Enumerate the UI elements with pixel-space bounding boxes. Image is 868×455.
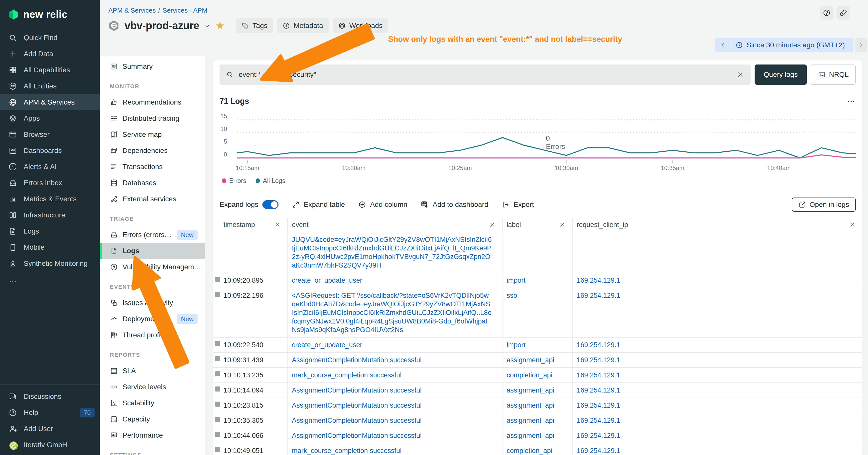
subnav-item-logs[interactable]: Logs [100, 243, 205, 259]
log-event-link[interactable]: create_or_update_user [292, 277, 362, 284]
log-ip-link[interactable]: 169.254.129.1 [577, 432, 620, 440]
search-input[interactable]: event:* -"label":"security" [239, 70, 732, 78]
row-select-checkbox[interactable] [215, 447, 220, 452]
subnav-item-dependencies[interactable]: Dependencies [100, 142, 205, 159]
log-event-link[interactable]: AssignmentCompletionMutation successful [292, 356, 422, 364]
log-event-link[interactable]: mark_course_completion successful [292, 371, 402, 379]
remove-column-icon[interactable] [849, 222, 856, 228]
expand-table-button[interactable]: Expand table [291, 200, 345, 208]
sidebar-item-browser[interactable]: Browser [0, 127, 100, 142]
log-row[interactable]: 10:10:35.305AssignmentCompletionMutation… [213, 413, 862, 428]
row-select-checkbox[interactable] [215, 401, 220, 407]
sidebar-item-errors-inbox[interactable]: Errors Inbox [0, 175, 100, 191]
log-row[interactable]: 10:09:31.439AssignmentCompletionMutation… [213, 353, 862, 368]
sidebar-item-infrastructure[interactable]: Infrastructure [0, 207, 100, 223]
sidebar-item-quick-find[interactable]: Quick Find [0, 30, 100, 46]
log-row[interactable]: 10:10:14.094AssignmentCompletionMutation… [213, 383, 862, 398]
sidebar-item-help[interactable]: Help70 [0, 404, 100, 421]
row-select-checkbox[interactable] [215, 292, 220, 297]
breadcrumb-apm-services[interactable]: APM & Services [108, 6, 156, 14]
open-in-logs-button[interactable]: Open in logs [792, 197, 856, 212]
row-select-checkbox[interactable] [215, 417, 220, 422]
log-label-link[interactable]: import [506, 341, 526, 349]
log-search-field[interactable]: event:* -"label":"security" [219, 65, 750, 85]
sidebar-item-add-user[interactable]: Add User [0, 421, 100, 437]
log-ip-link[interactable]: 169.254.129.1 [577, 401, 620, 409]
sidebar-item-dashboards[interactable]: Dashboards [0, 142, 100, 159]
sidebar-item-all-capabilities[interactable]: All Capabilities [0, 62, 100, 78]
log-event-link[interactable]: AssignmentCompletionMutation successful [292, 417, 422, 424]
subnav-item-service-map[interactable]: Service map [100, 127, 205, 142]
workloads-button[interactable]: Workloads [333, 19, 388, 33]
logs-timeseries-chart[interactable]: 10:15am10:20am10:25am10:30am10:35am10:40… [219, 112, 856, 170]
subnav-item-issues-activity[interactable]: Issues & activity [100, 295, 205, 311]
log-event-link[interactable]: AssignmentCompletionMutation successful [292, 387, 422, 394]
log-row[interactable]: 10:09:20.895create_or_update_userimport1… [213, 273, 862, 288]
log-row[interactable]: 10:10:49.051mark_course_completion succe… [213, 444, 862, 455]
sidebar-item-alerts-ai[interactable]: Alerts & AI [0, 159, 100, 175]
new-relic-logo[interactable]: new relic [0, 0, 100, 26]
log-label-link[interactable]: completion_api [506, 447, 553, 455]
subnav-item-summary[interactable]: Summary [100, 59, 205, 74]
sidebar-item-apps[interactable]: Apps [0, 110, 100, 127]
sidebar-item-all-entities[interactable]: All Entities [0, 78, 100, 94]
sidebar-item-apm-services[interactable]: APM & Services [0, 94, 100, 110]
subnav-item-scalability[interactable]: Scalability [100, 395, 205, 411]
sidebar-item-mobile[interactable]: Mobile [0, 239, 100, 256]
log-label-link[interactable]: assignment_api [506, 401, 554, 409]
sidebar-item-more[interactable] [0, 273, 100, 290]
log-ip-link[interactable]: 169.254.129.1 [577, 356, 620, 364]
log-event-link[interactable]: mark_course_completion successful [292, 447, 402, 455]
nrql-button[interactable]: NRQL [811, 65, 856, 85]
legend-item-all-logs[interactable]: All Logs [256, 177, 285, 185]
log-ip-link[interactable]: 169.254.129.1 [577, 292, 620, 299]
log-label-link[interactable]: import [506, 277, 526, 284]
log-ip-link[interactable]: 169.254.129.1 [577, 387, 620, 394]
remove-column-icon[interactable] [489, 222, 496, 228]
row-select-checkbox[interactable] [215, 277, 220, 282]
remove-column-icon[interactable] [274, 222, 281, 228]
log-label-link[interactable]: assignment_api [506, 432, 554, 440]
copy-link-button[interactable] [837, 6, 850, 20]
log-label-link[interactable]: sso [506, 292, 517, 299]
log-label-link[interactable]: assignment_api [506, 356, 554, 364]
query-logs-button[interactable]: Query logs [754, 65, 807, 85]
expand-logs-toggle[interactable] [262, 200, 279, 209]
metadata-button[interactable]: Metadata [277, 19, 329, 33]
subnav-item-sla[interactable]: SLA [100, 363, 205, 379]
export-button[interactable]: Export [501, 200, 534, 208]
row-select-checkbox[interactable] [215, 341, 220, 346]
tags-button[interactable]: Tags [236, 19, 273, 33]
log-event-link[interactable]: AssignmentCompletionMutation successful [292, 432, 422, 440]
subnav-item-capacity[interactable]: Capacity [100, 411, 205, 427]
subnav-item-performance[interactable]: Performance [100, 427, 205, 444]
log-label-link[interactable]: assignment_api [506, 417, 554, 424]
row-select-checkbox[interactable] [215, 371, 220, 377]
log-label-link[interactable]: completion_api [506, 371, 553, 379]
clear-search-icon[interactable] [737, 71, 744, 78]
row-select-checkbox[interactable] [215, 432, 220, 437]
more-menu-icon[interactable] [846, 97, 856, 106]
log-row[interactable]: 10:10:23.815AssignmentCompletionMutation… [213, 398, 862, 413]
sidebar-item-discussions[interactable]: Discussions [0, 389, 100, 404]
log-event-link[interactable]: AssignmentCompletionMutation successful [292, 401, 422, 409]
time-back-button[interactable] [715, 38, 730, 53]
subnav-item-deployments[interactable]: DeploymentsNew [100, 311, 205, 327]
row-select-checkbox[interactable] [215, 387, 220, 391]
subnav-item-vulnerability-management[interactable]: Vulnerability Management [100, 259, 205, 275]
log-event-link[interactable]: create_or_update_user [292, 341, 362, 349]
subnav-item-errors-errors-inb[interactable]: Errors (errors inb...New [100, 227, 205, 243]
time-forward-button[interactable] [856, 38, 867, 53]
log-event-link[interactable]: <ASGIRequest: GET '/sso/callback/?state=… [292, 292, 492, 333]
row-select-checkbox[interactable] [215, 356, 220, 361]
sidebar-item-add-data[interactable]: Add Data [0, 46, 100, 62]
sidebar-item-metrics-events[interactable]: Metrics & Events [0, 191, 100, 207]
subnav-item-databases[interactable]: Databases [100, 175, 205, 191]
favorite-star-icon[interactable] [215, 21, 225, 31]
legend-item-errors[interactable]: Errors [222, 177, 246, 185]
remove-column-icon[interactable] [559, 222, 565, 228]
log-ip-link[interactable]: 169.254.129.1 [577, 417, 620, 424]
breadcrumb-services-apm[interactable]: Services - APM [162, 6, 208, 14]
sidebar-item-synthetic-monitoring[interactable]: Synthetic Monitoring [0, 256, 100, 271]
help-button[interactable] [820, 6, 834, 20]
